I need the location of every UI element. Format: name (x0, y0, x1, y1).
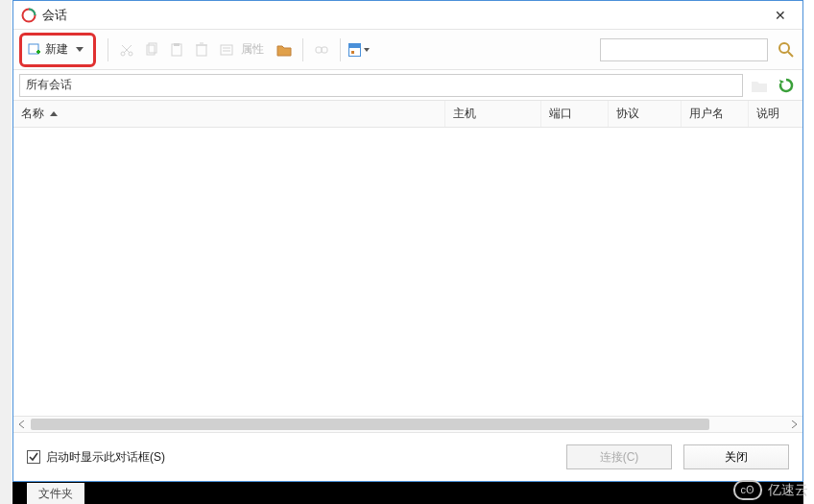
path-text: 所有会话 (26, 77, 72, 93)
watermark: cʘ 亿速云 (733, 480, 809, 500)
session-list-empty (13, 128, 802, 416)
link-icon (311, 39, 332, 60)
toolbar: 新建 属性 (13, 30, 802, 70)
column-protocol[interactable]: 协议 (609, 101, 682, 127)
properties-label: 属性 (241, 41, 264, 58)
search-input[interactable] (600, 38, 768, 61)
show-on-startup-checkbox[interactable]: 启动时显示此对话框(S) (27, 449, 165, 466)
new-session-button[interactable]: 新建 (24, 37, 91, 62)
horizontal-scrollbar[interactable] (13, 416, 802, 433)
svg-rect-7 (174, 43, 180, 46)
search-button[interactable] (776, 39, 797, 60)
connect-button: 连接(C) (566, 444, 672, 469)
new-icon (28, 43, 41, 57)
background-tab: 文件夹 (27, 483, 84, 504)
dropdown-caret-icon (364, 48, 370, 52)
delete-icon (191, 39, 212, 60)
app-icon (21, 8, 36, 23)
svg-point-12 (779, 43, 789, 53)
scroll-right-button[interactable] (785, 417, 802, 432)
table-header: 名称 主机 端口 协议 用户名 说明 (13, 101, 802, 128)
titlebar: 会话 ✕ (13, 1, 802, 30)
close-button[interactable]: 关闭 (683, 444, 789, 469)
view-mode-button[interactable] (348, 39, 370, 60)
scroll-left-button[interactable] (13, 417, 31, 432)
folder-up-icon[interactable] (749, 75, 770, 96)
toolbar-separator (302, 38, 303, 61)
column-host[interactable]: 主机 (445, 101, 541, 127)
scroll-thumb[interactable] (31, 419, 709, 430)
window-close-button[interactable]: ✕ (766, 1, 795, 30)
properties-icon (216, 39, 237, 60)
path-field[interactable]: 所有会话 (19, 74, 743, 97)
svg-rect-10 (316, 47, 322, 53)
column-port[interactable]: 端口 (541, 101, 609, 127)
show-on-startup-label: 启动时显示此对话框(S) (46, 449, 165, 466)
highlight-new-button: 新建 (19, 33, 96, 67)
watermark-icon: cʘ (733, 480, 763, 500)
background-below-strip (12, 482, 803, 504)
svg-rect-11 (322, 47, 327, 53)
dialog-footer: 启动时显示此对话框(S) 连接(C) 关闭 (13, 433, 802, 481)
svg-rect-8 (197, 45, 206, 56)
watermark-text: 亿速云 (768, 482, 808, 499)
toolbar-separator (340, 38, 341, 61)
svg-rect-9 (221, 45, 232, 55)
column-name[interactable]: 名称 (13, 101, 445, 127)
checkbox-icon (27, 450, 40, 464)
sessions-dialog: 会话 ✕ 新建 属性 (12, 0, 803, 482)
refresh-button[interactable] (776, 75, 797, 96)
cut-icon (116, 39, 137, 60)
window-title: 会话 (42, 7, 766, 24)
sort-asc-icon (50, 111, 58, 116)
paste-icon (166, 39, 187, 60)
calendar-icon (348, 43, 361, 57)
column-description[interactable]: 说明 (749, 101, 802, 127)
new-folder-icon[interactable] (274, 39, 295, 60)
copy-icon (141, 39, 162, 60)
pathbar: 所有会话 (13, 70, 802, 101)
dropdown-caret-icon (76, 47, 84, 52)
background-left-strip (0, 0, 12, 504)
toolbar-separator (108, 38, 108, 61)
new-button-label: 新建 (45, 41, 68, 58)
column-username[interactable]: 用户名 (682, 101, 749, 127)
scroll-track[interactable] (31, 417, 785, 432)
